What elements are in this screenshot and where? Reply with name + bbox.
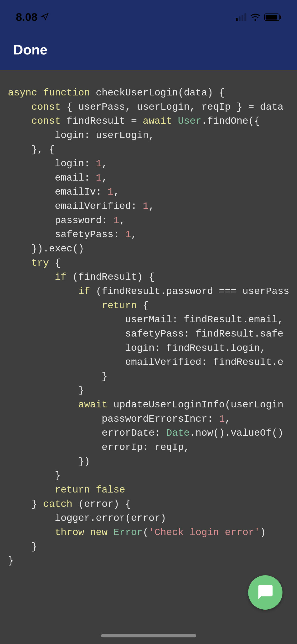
code-token-kw: return <box>55 484 90 495</box>
status-left: 8.08 <box>16 11 49 24</box>
code-token-num: 1 <box>96 172 102 183</box>
code-token-kw: const <box>31 102 61 113</box>
code-token-kw: async <box>8 87 37 98</box>
cellular-signal-icon <box>236 13 246 21</box>
status-time: 8.08 <box>16 11 37 24</box>
code-token-num: 1 <box>107 186 113 197</box>
code-token-kw: return <box>102 300 137 311</box>
code-token-kw: throw <box>55 527 84 538</box>
code-token-str: 'Check login error' <box>149 527 260 538</box>
code-token-num: 1 <box>96 158 102 169</box>
code-token-kw: try <box>31 257 49 269</box>
done-button[interactable]: Done <box>13 42 48 58</box>
chat-icon <box>257 583 274 602</box>
code-token-kw: if <box>78 286 90 297</box>
navigation-bar: Done <box>0 29 297 70</box>
code-token-kw: if <box>55 272 67 283</box>
wifi-icon <box>250 12 261 22</box>
code-token-kw: await <box>143 116 172 127</box>
location-icon <box>41 12 49 22</box>
code-token-num: 1 <box>143 201 149 212</box>
battery-fill <box>266 15 277 20</box>
code-token-kw: function <box>43 87 90 98</box>
code-token-kw: catch <box>43 499 72 510</box>
code-token-kw: await <box>78 399 107 410</box>
code-token-cls: Date <box>166 427 190 439</box>
code-viewer[interactable]: async function checkUserLogin(data) { co… <box>0 70 297 584</box>
code-token-cls: Error <box>114 527 143 538</box>
status-bar: 8.08 <box>0 0 297 29</box>
code-token-num: 1 <box>114 215 119 226</box>
code-token-num: 1 <box>219 413 225 425</box>
home-indicator[interactable] <box>101 634 196 637</box>
code-token-kw: new <box>90 527 108 538</box>
chat-fab-button[interactable] <box>248 575 282 610</box>
battery-icon <box>264 13 281 21</box>
code-token-num: 1 <box>125 229 131 240</box>
code-token-cls: User <box>178 116 201 127</box>
code-token-kw: const <box>31 116 61 127</box>
status-right <box>236 12 281 22</box>
code-token-kw: false <box>96 484 125 495</box>
